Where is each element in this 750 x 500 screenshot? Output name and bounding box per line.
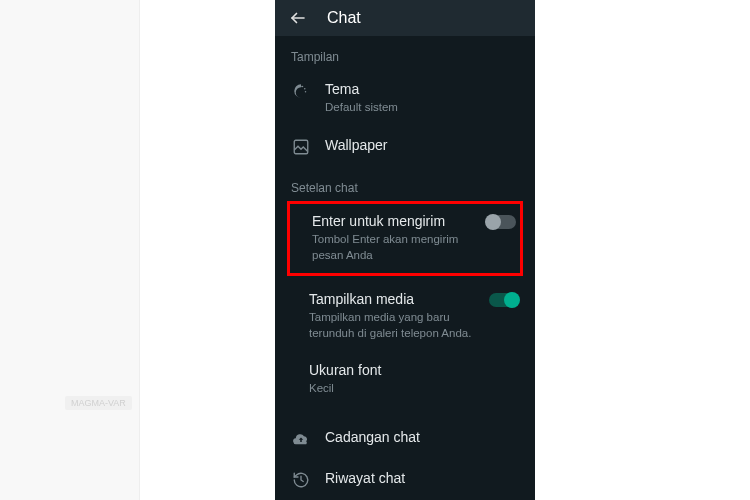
row-content: Tema Default sistem bbox=[325, 80, 519, 116]
enter-title: Enter untuk mengirim bbox=[312, 212, 472, 230]
svg-point-1 bbox=[302, 86, 304, 88]
row-enter-to-send[interactable]: Enter untuk mengirim Tombol Enter akan m… bbox=[294, 212, 516, 263]
bg-right-panel bbox=[550, 0, 750, 500]
history-icon bbox=[291, 470, 311, 490]
tema-title: Tema bbox=[325, 80, 519, 98]
backup-title: Cadangan chat bbox=[325, 428, 519, 446]
row-content: Enter untuk mengirim Tombol Enter akan m… bbox=[312, 212, 472, 263]
history-title: Riwayat chat bbox=[325, 469, 519, 487]
enter-toggle[interactable] bbox=[486, 215, 516, 229]
svg-point-2 bbox=[304, 88, 306, 90]
row-tema[interactable]: Tema Default sistem bbox=[275, 70, 535, 126]
media-toggle[interactable] bbox=[489, 293, 519, 307]
wallpaper-icon bbox=[291, 137, 311, 157]
font-title: Ukuran font bbox=[309, 361, 519, 379]
enter-sub: Tombol Enter akan mengirim pesan Anda bbox=[312, 232, 472, 263]
row-content: Ukuran font Kecil bbox=[309, 361, 519, 397]
tema-sub: Default sistem bbox=[325, 100, 519, 116]
theme-icon bbox=[291, 81, 311, 101]
back-arrow-icon[interactable] bbox=[289, 9, 307, 27]
row-content: Wallpaper bbox=[325, 136, 519, 154]
row-content: Cadangan chat bbox=[325, 428, 519, 446]
bg-left-panel: MAGMA-VAR bbox=[0, 0, 140, 500]
row-backup[interactable]: Cadangan chat bbox=[275, 418, 535, 459]
app-header: Chat bbox=[275, 0, 535, 36]
svg-rect-4 bbox=[294, 140, 308, 154]
media-sub: Tampilkan media yang baru terunduh di ga… bbox=[309, 310, 475, 341]
row-history[interactable]: Riwayat chat bbox=[275, 459, 535, 500]
row-font-size[interactable]: Ukuran font Kecil bbox=[275, 351, 535, 407]
wallpaper-title: Wallpaper bbox=[325, 136, 519, 154]
media-title: Tampilkan media bbox=[309, 290, 475, 308]
bg-tag: MAGMA-VAR bbox=[65, 396, 132, 410]
header-title: Chat bbox=[327, 9, 361, 27]
row-content: Riwayat chat bbox=[325, 469, 519, 487]
font-sub: Kecil bbox=[309, 381, 519, 397]
highlight-box: Enter untuk mengirim Tombol Enter akan m… bbox=[287, 201, 523, 276]
section-label-setelan: Setelan chat bbox=[275, 167, 535, 201]
row-show-media[interactable]: Tampilkan media Tampilkan media yang bar… bbox=[275, 276, 535, 351]
row-wallpaper[interactable]: Wallpaper bbox=[275, 126, 535, 167]
svg-point-3 bbox=[305, 91, 307, 93]
cloud-upload-icon bbox=[291, 429, 311, 449]
section-label-tampilan: Tampilan bbox=[275, 36, 535, 70]
chat-settings-screen: Chat Tampilan Tema Default sistem Wallpa… bbox=[275, 0, 535, 500]
row-content: Tampilkan media Tampilkan media yang bar… bbox=[309, 290, 475, 341]
